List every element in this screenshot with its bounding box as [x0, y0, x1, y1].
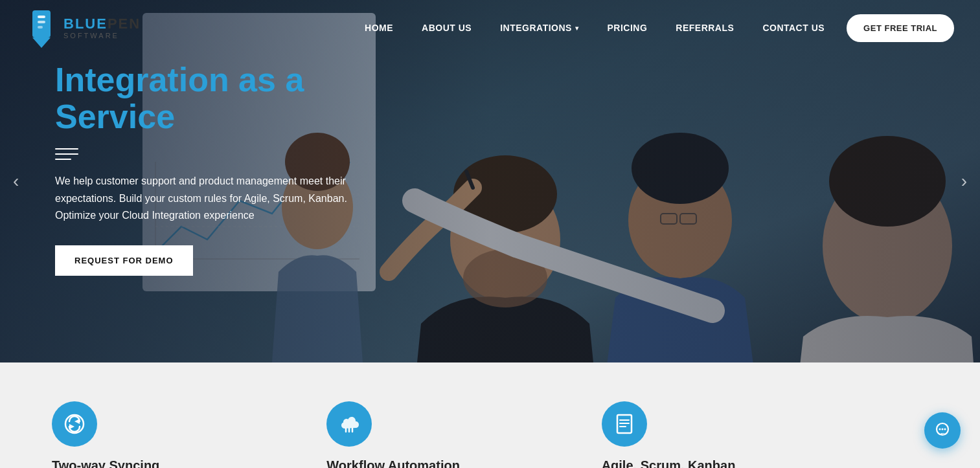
nav-links: HOME ABOUT US INTEGRATIONS ▾ PRICING REF… [350, 0, 954, 56]
nav-link-contact[interactable]: CONTACT US [748, 0, 839, 56]
hero-title: Integration as a Service [55, 61, 353, 135]
nav-link-about[interactable]: ABOUT US [407, 0, 486, 56]
logo-icon [26, 9, 57, 48]
logo-brand: BLUEPEN [63, 17, 141, 31]
nav-cta-button[interactable]: GET FREE TRIAL [847, 14, 954, 42]
request-demo-button[interactable]: REQUEST FOR DEMO [55, 245, 193, 276]
nav-link-integrations[interactable]: INTEGRATIONS ▾ [486, 0, 593, 56]
nav-item-contact[interactable]: CONTACT US [748, 0, 839, 56]
svg-marker-26 [69, 424, 74, 429]
logo-software: SOFTWARE [63, 32, 141, 39]
carousel-next-button[interactable]: › [955, 164, 974, 198]
nav-link-home[interactable]: HOME [350, 0, 407, 56]
nav-item-referrals[interactable]: REFERRALS [661, 0, 748, 56]
feature-title-workflow-automation: Workflow Automation [326, 458, 575, 468]
nav-link-pricing[interactable]: PRICING [593, 0, 661, 56]
hero-description: We help customer support and product man… [55, 173, 353, 224]
hamburger-icon [55, 148, 78, 160]
svg-point-34 [944, 429, 946, 430]
agile-scrum-kanban-icon [602, 401, 647, 447]
chevron-down-icon: ▾ [575, 0, 579, 56]
chat-icon [934, 422, 951, 439]
svg-rect-0 [32, 10, 51, 38]
nav-item-home[interactable]: HOME [350, 0, 407, 56]
nav-link-referrals[interactable]: REFERRALS [661, 0, 748, 56]
navigation: BLUEPEN SOFTWARE HOME ABOUT US INTEGRATI… [0, 0, 980, 56]
svg-point-24 [65, 415, 84, 433]
feature-item-workflow-automation: Workflow Automation Choose your own crit… [326, 401, 575, 468]
nav-item-about[interactable]: ABOUT US [407, 0, 486, 56]
hero-content: Integration as a Service We help custome… [55, 61, 353, 276]
features-section: Two-way Syncing Keep up and stay connect… [0, 362, 980, 468]
two-way-syncing-icon [52, 401, 97, 447]
nav-item-integrations[interactable]: INTEGRATIONS ▾ [486, 0, 593, 56]
feature-title-agile-scrum-kanban: Agile, Scrum, Kanban [602, 458, 850, 468]
svg-point-32 [939, 429, 941, 430]
logo[interactable]: BLUEPEN SOFTWARE [26, 9, 141, 48]
feature-item-agile-scrum-kanban: Agile, Scrum, Kanban Adapt to Microsoft … [602, 401, 850, 468]
logo-text: BLUEPEN SOFTWARE [63, 17, 141, 39]
feature-title-two-way-syncing: Two-way Syncing [52, 458, 301, 468]
svg-rect-3 [38, 21, 45, 23]
nav-item-cta[interactable]: GET FREE TRIAL [847, 14, 954, 42]
svg-marker-1 [32, 38, 51, 48]
svg-rect-4 [38, 26, 43, 28]
workflow-automation-icon [326, 401, 372, 447]
svg-marker-25 [74, 419, 80, 424]
chat-bubble-button[interactable] [924, 412, 961, 449]
svg-rect-2 [38, 16, 45, 18]
nav-item-pricing[interactable]: PRICING [593, 0, 661, 56]
feature-spacer [876, 401, 928, 468]
carousel-prev-button[interactable]: ‹ [6, 164, 25, 198]
feature-item-two-way-syncing: Two-way Syncing Keep up and stay connect… [52, 401, 301, 468]
svg-point-33 [942, 429, 944, 430]
